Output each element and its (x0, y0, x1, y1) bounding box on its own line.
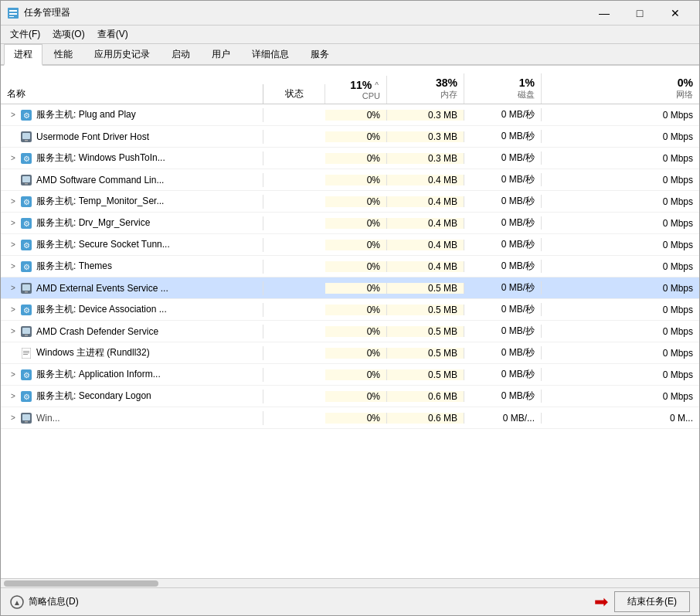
tab-performance[interactable]: 性能 (44, 44, 83, 64)
col-disk-label: 磁盘 (518, 89, 535, 100)
table-row[interactable]: > ⚙ 服务主机: Secure Socket Tunn...0%0.4 MB0… (1, 234, 699, 256)
svg-text:⚙: ⚙ (23, 306, 30, 315)
table-row[interactable]: AMD Software Command Lin...0%0.4 MB0 MB/… (1, 169, 699, 191)
col-name-label: 名称 (7, 87, 25, 100)
row-process-name: 服务主机: Windows PushToIn... (36, 151, 165, 165)
table-row[interactable]: > ⚙ 服务主机: Themes0%0.4 MB0 MB/秒0 Mbps (1, 256, 699, 277)
brief-info-label[interactable]: 简略信息(D) (29, 595, 79, 608)
svg-rect-8 (25, 140, 28, 141)
col-disk-header[interactable]: 1% 磁盘 (464, 73, 542, 104)
row-process-icon: ⚙ (19, 260, 33, 274)
table-row[interactable]: Windows 主进程 (Rundll32)0%0.5 MB0 MB/秒0 Mb… (1, 342, 699, 364)
close-button[interactable]: ✕ (658, 1, 693, 26)
menu-view[interactable]: 查看(V) (91, 26, 134, 43)
col-mem-header[interactable]: 38% 内存 (387, 73, 464, 104)
row-process-name: AMD External Events Service ... (36, 283, 168, 294)
table-row[interactable]: > Win...0%0.6 MB0 MB/...0 M... (1, 407, 699, 429)
table-row[interactable]: Usermode Font Driver Host0%0.3 MB0 MB/秒0… (1, 126, 699, 148)
row-expand[interactable]: > (7, 109, 19, 121)
row-process-name: 服务主机: Themes (36, 260, 112, 273)
svg-rect-3 (9, 16, 14, 17)
end-task-label: 结束任务(E) (627, 595, 677, 608)
row-expand[interactable] (7, 347, 19, 359)
col-cpu-header[interactable]: 11% ^ CPU (325, 76, 387, 104)
row-mem: 0.3 MB (387, 153, 464, 164)
col-mem-pct: 38% (436, 77, 457, 89)
row-expand[interactable]: > (7, 325, 19, 338)
row-expand[interactable]: > (7, 260, 19, 273)
svg-rect-31 (23, 351, 29, 352)
svg-rect-12 (22, 176, 30, 182)
tab-startup[interactable]: 启动 (161, 44, 200, 64)
row-net: 0 Mbps (542, 261, 699, 272)
scrollbar-x-thumb[interactable] (4, 580, 158, 587)
table-row[interactable]: > ⚙ 服务主机: Drv_Mgr_Service0%0.4 MB0 MB/秒0… (1, 213, 699, 234)
table-row[interactable]: > AMD External Events Service ...0%0.5 M… (1, 277, 699, 299)
col-net-header[interactable]: 0% 网络 (542, 73, 699, 104)
row-expand[interactable]: > (7, 369, 19, 381)
menu-options[interactable]: 选项(O) (46, 26, 90, 43)
maximize-button[interactable]: □ (622, 1, 658, 26)
tab-details[interactable]: 详细信息 (242, 44, 299, 64)
row-disk: 0 MB/... (464, 413, 542, 424)
row-expand[interactable] (7, 174, 19, 186)
row-cpu: 0% (325, 413, 387, 424)
row-disk: 0 MB/秒 (464, 390, 542, 403)
row-process-icon (19, 130, 33, 144)
table-row[interactable]: > ⚙ 服务主机: Secondary Logon0%0.6 MB0 MB/秒0… (1, 386, 699, 407)
svg-rect-29 (25, 335, 28, 336)
table-row[interactable]: > ⚙ 服务主机: Device Association ...0%0.5 MB… (1, 299, 699, 321)
row-expand[interactable]: > (7, 196, 19, 208)
svg-rect-1 (9, 10, 17, 12)
table-body: > ⚙ 服务主机: Plug and Play0%0.3 MB0 MB/秒0 M… (1, 104, 699, 578)
table-row[interactable]: > ⚙ 服务主机: Plug and Play0%0.3 MB0 MB/秒0 M… (1, 104, 699, 126)
row-cpu: 0% (325, 153, 387, 164)
svg-text:⚙: ⚙ (23, 198, 30, 206)
title-bar: 任务管理器 — □ ✕ (1, 1, 699, 26)
end-task-button[interactable]: 结束任务(E) (614, 591, 690, 612)
row-process-name: Usermode Font Driver Host (36, 131, 149, 142)
table-row[interactable]: > ⚙ 服务主机: Temp_Monitor_Ser...0%0.4 MB0 M… (1, 191, 699, 213)
row-expand[interactable]: > (7, 217, 19, 230)
row-net: 0 Mbps (542, 110, 699, 121)
row-cpu: 0% (325, 369, 387, 380)
tab-users[interactable]: 用户 (202, 44, 240, 64)
svg-rect-2 (9, 13, 17, 15)
row-expand[interactable]: > (7, 390, 19, 403)
col-status-header[interactable]: 状态 (263, 84, 325, 104)
row-process-name: Windows 主进程 (Rundll32) (36, 346, 150, 359)
row-mem: 0.3 MB (387, 110, 464, 121)
table-row[interactable]: > AMD Crash Defender Service0%0.5 MB0 MB… (1, 321, 699, 342)
row-net: 0 Mbps (542, 305, 699, 315)
row-cpu: 0% (325, 175, 387, 185)
row-process-name: 服务主机: Application Inform... (36, 368, 161, 381)
row-net: 0 Mbps (542, 175, 699, 185)
tab-services[interactable]: 服务 (301, 44, 339, 64)
row-expand[interactable]: > (7, 304, 19, 316)
tab-app-history[interactable]: 应用历史记录 (84, 44, 160, 64)
svg-text:⚙: ⚙ (23, 263, 30, 271)
row-expand[interactable] (7, 131, 19, 143)
table-row[interactable]: > ⚙ 服务主机: Application Inform...0%0.5 MB0… (1, 364, 699, 386)
menu-file[interactable]: 文件(F) (4, 26, 46, 43)
minimize-button[interactable]: — (586, 1, 622, 26)
horizontal-scrollbar[interactable] (1, 578, 699, 587)
row-expand[interactable]: > (7, 152, 19, 165)
tab-processes[interactable]: 进程 (4, 44, 42, 66)
row-mem: 0.4 MB (387, 218, 464, 229)
table-header: 名称 状态 11% ^ CPU 38% 内存 1% 磁盘 0% (1, 66, 699, 104)
svg-text:⚙: ⚙ (23, 241, 30, 250)
row-process-name: 服务主机: Secondary Logon (36, 390, 151, 403)
svg-text:⚙: ⚙ (23, 155, 30, 163)
row-disk: 0 MB/秒 (464, 260, 542, 273)
row-expand[interactable]: > (7, 239, 19, 251)
table-row[interactable]: > ⚙ 服务主机: Windows PushToIn...0%0.3 MB0 M… (1, 148, 699, 169)
row-disk: 0 MB/秒 (464, 303, 542, 316)
row-disk: 0 MB/秒 (464, 238, 542, 251)
col-net-pct: 0% (678, 77, 693, 89)
col-name-header[interactable]: 名称 (1, 84, 263, 104)
row-expand[interactable]: > (7, 282, 19, 294)
row-expand[interactable]: > (7, 412, 19, 424)
row-mem: 0.3 MB (387, 131, 464, 142)
svg-rect-39 (22, 414, 30, 420)
